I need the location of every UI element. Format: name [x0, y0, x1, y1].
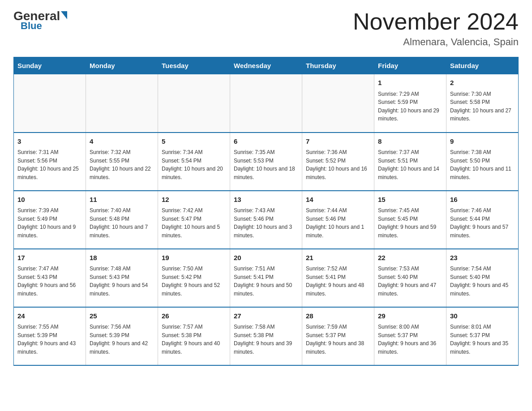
calendar-cell: 9Sunrise: 7:38 AMSunset: 5:50 PMDaylight…	[446, 133, 519, 191]
calendar-cell: 27Sunrise: 7:58 AMSunset: 5:38 PMDayligh…	[230, 307, 302, 365]
day-info: Sunrise: 7:37 AMSunset: 5:51 PMDaylight:…	[378, 148, 442, 181]
calendar-cell: 3Sunrise: 7:31 AMSunset: 5:56 PMDaylight…	[14, 133, 86, 191]
day-info: Sunrise: 7:54 AMSunset: 5:40 PMDaylight:…	[450, 265, 515, 298]
day-number: 23	[450, 253, 515, 263]
page-header: General Blue November 2024 Almenara, Val…	[13, 9, 519, 48]
day-info: Sunrise: 7:43 AMSunset: 5:46 PMDaylight:…	[234, 206, 298, 240]
day-info: Sunrise: 7:50 AMSunset: 5:42 PMDaylight:…	[162, 265, 226, 298]
day-number: 9	[450, 137, 515, 147]
day-info: Sunrise: 7:44 AMSunset: 5:46 PMDaylight:…	[306, 206, 370, 240]
day-info: Sunrise: 7:32 AMSunset: 5:55 PMDaylight:…	[90, 148, 154, 181]
calendar-body: 1Sunrise: 7:29 AMSunset: 5:59 PMDaylight…	[14, 74, 519, 365]
day-info: Sunrise: 7:35 AMSunset: 5:53 PMDaylight:…	[234, 148, 298, 181]
calendar-cell: 28Sunrise: 7:59 AMSunset: 5:37 PMDayligh…	[302, 307, 374, 365]
day-info: Sunrise: 7:31 AMSunset: 5:56 PMDaylight:…	[17, 148, 82, 181]
calendar-cell	[14, 74, 86, 133]
day-number: 21	[306, 253, 370, 263]
day-info: Sunrise: 8:01 AMSunset: 5:37 PMDaylight:…	[450, 323, 515, 356]
calendar-cell: 17Sunrise: 7:47 AMSunset: 5:43 PMDayligh…	[14, 249, 86, 307]
day-number: 14	[306, 195, 370, 205]
day-number: 5	[162, 137, 226, 147]
day-number: 1	[378, 78, 442, 88]
calendar-cell: 20Sunrise: 7:51 AMSunset: 5:41 PMDayligh…	[230, 249, 302, 307]
calendar-cell: 26Sunrise: 7:57 AMSunset: 5:38 PMDayligh…	[158, 307, 230, 365]
calendar-cell: 1Sunrise: 7:29 AMSunset: 5:59 PMDaylight…	[374, 74, 446, 133]
calendar-cell: 8Sunrise: 7:37 AMSunset: 5:51 PMDaylight…	[374, 133, 446, 191]
day-info: Sunrise: 7:34 AMSunset: 5:54 PMDaylight:…	[162, 148, 226, 181]
calendar-cell: 30Sunrise: 8:01 AMSunset: 5:37 PMDayligh…	[446, 307, 519, 365]
day-number: 12	[162, 195, 226, 205]
day-info: Sunrise: 7:40 AMSunset: 5:48 PMDaylight:…	[90, 206, 154, 240]
weekday-header-wednesday: Wednesday	[230, 57, 302, 74]
calendar-cell: 13Sunrise: 7:43 AMSunset: 5:46 PMDayligh…	[230, 191, 302, 249]
location-title: Almenara, Valencia, Spain	[353, 36, 519, 48]
day-number: 26	[162, 311, 226, 321]
calendar-cell: 19Sunrise: 7:50 AMSunset: 5:42 PMDayligh…	[158, 249, 230, 307]
day-number: 7	[306, 137, 370, 147]
day-number: 30	[450, 311, 515, 321]
day-number: 13	[234, 195, 298, 205]
day-info: Sunrise: 7:45 AMSunset: 5:45 PMDaylight:…	[378, 206, 442, 240]
day-info: Sunrise: 7:51 AMSunset: 5:41 PMDaylight:…	[234, 265, 298, 298]
calendar-week-row: 3Sunrise: 7:31 AMSunset: 5:56 PMDaylight…	[14, 133, 519, 191]
day-info: Sunrise: 7:42 AMSunset: 5:47 PMDaylight:…	[162, 206, 226, 240]
day-info: Sunrise: 7:47 AMSunset: 5:43 PMDaylight:…	[17, 265, 82, 298]
day-number: 11	[90, 195, 154, 205]
calendar-cell: 4Sunrise: 7:32 AMSunset: 5:55 PMDaylight…	[86, 133, 158, 191]
calendar-cell: 21Sunrise: 7:52 AMSunset: 5:41 PMDayligh…	[302, 249, 374, 307]
calendar-cell: 23Sunrise: 7:54 AMSunset: 5:40 PMDayligh…	[446, 249, 519, 307]
calendar-cell: 6Sunrise: 7:35 AMSunset: 5:53 PMDaylight…	[230, 133, 302, 191]
day-number: 27	[234, 311, 298, 321]
day-info: Sunrise: 7:38 AMSunset: 5:50 PMDaylight:…	[450, 148, 515, 181]
day-number: 29	[378, 311, 442, 321]
calendar-cell: 16Sunrise: 7:46 AMSunset: 5:44 PMDayligh…	[446, 191, 519, 249]
day-info: Sunrise: 7:48 AMSunset: 5:43 PMDaylight:…	[90, 265, 154, 298]
calendar-cell: 24Sunrise: 7:55 AMSunset: 5:39 PMDayligh…	[14, 307, 86, 365]
weekday-header-sunday: Sunday	[14, 57, 86, 74]
title-area: November 2024 Almenara, Valencia, Spain	[353, 9, 519, 48]
day-info: Sunrise: 7:29 AMSunset: 5:59 PMDaylight:…	[378, 90, 442, 123]
day-info: Sunrise: 7:55 AMSunset: 5:39 PMDaylight:…	[17, 323, 82, 356]
weekday-header-saturday: Saturday	[446, 57, 519, 74]
calendar-header: SundayMondayTuesdayWednesdayThursdayFrid…	[14, 57, 519, 74]
calendar-cell: 12Sunrise: 7:42 AMSunset: 5:47 PMDayligh…	[158, 191, 230, 249]
calendar-week-row: 24Sunrise: 7:55 AMSunset: 5:39 PMDayligh…	[14, 307, 519, 365]
calendar-cell: 11Sunrise: 7:40 AMSunset: 5:48 PMDayligh…	[86, 191, 158, 249]
weekday-header-row: SundayMondayTuesdayWednesdayThursdayFrid…	[14, 57, 519, 74]
calendar-week-row: 17Sunrise: 7:47 AMSunset: 5:43 PMDayligh…	[14, 249, 519, 307]
calendar-table: SundayMondayTuesdayWednesdayThursdayFrid…	[13, 57, 519, 366]
calendar-cell	[86, 74, 158, 133]
day-number: 18	[90, 253, 154, 263]
day-number: 10	[17, 195, 82, 205]
day-info: Sunrise: 7:52 AMSunset: 5:41 PMDaylight:…	[306, 265, 370, 298]
calendar-cell	[302, 74, 374, 133]
day-number: 8	[378, 137, 442, 147]
day-info: Sunrise: 7:59 AMSunset: 5:37 PMDaylight:…	[306, 323, 370, 356]
month-title: November 2024	[353, 9, 519, 34]
day-number: 25	[90, 311, 154, 321]
day-number: 16	[450, 195, 515, 205]
day-number: 2	[450, 78, 515, 88]
day-number: 15	[378, 195, 442, 205]
weekday-header-thursday: Thursday	[302, 57, 374, 74]
calendar-cell: 14Sunrise: 7:44 AMSunset: 5:46 PMDayligh…	[302, 191, 374, 249]
calendar-cell: 10Sunrise: 7:39 AMSunset: 5:49 PMDayligh…	[14, 191, 86, 249]
day-info: Sunrise: 7:36 AMSunset: 5:52 PMDaylight:…	[306, 148, 370, 181]
logo-blue-text: Blue	[21, 20, 42, 32]
day-info: Sunrise: 7:56 AMSunset: 5:39 PMDaylight:…	[90, 323, 154, 356]
day-number: 24	[17, 311, 82, 321]
calendar-week-row: 10Sunrise: 7:39 AMSunset: 5:49 PMDayligh…	[14, 191, 519, 249]
calendar-cell	[230, 74, 302, 133]
day-number: 28	[306, 311, 370, 321]
day-number: 3	[17, 137, 82, 147]
day-info: Sunrise: 7:57 AMSunset: 5:38 PMDaylight:…	[162, 323, 226, 356]
calendar-cell: 25Sunrise: 7:56 AMSunset: 5:39 PMDayligh…	[86, 307, 158, 365]
calendar-cell: 7Sunrise: 7:36 AMSunset: 5:52 PMDaylight…	[302, 133, 374, 191]
logo-arrow-icon	[61, 11, 67, 19]
calendar-cell: 29Sunrise: 8:00 AMSunset: 5:37 PMDayligh…	[374, 307, 446, 365]
logo: General Blue	[13, 9, 67, 32]
day-info: Sunrise: 7:53 AMSunset: 5:40 PMDaylight:…	[378, 265, 442, 298]
weekday-header-tuesday: Tuesday	[158, 57, 230, 74]
calendar-cell: 15Sunrise: 7:45 AMSunset: 5:45 PMDayligh…	[374, 191, 446, 249]
day-number: 19	[162, 253, 226, 263]
